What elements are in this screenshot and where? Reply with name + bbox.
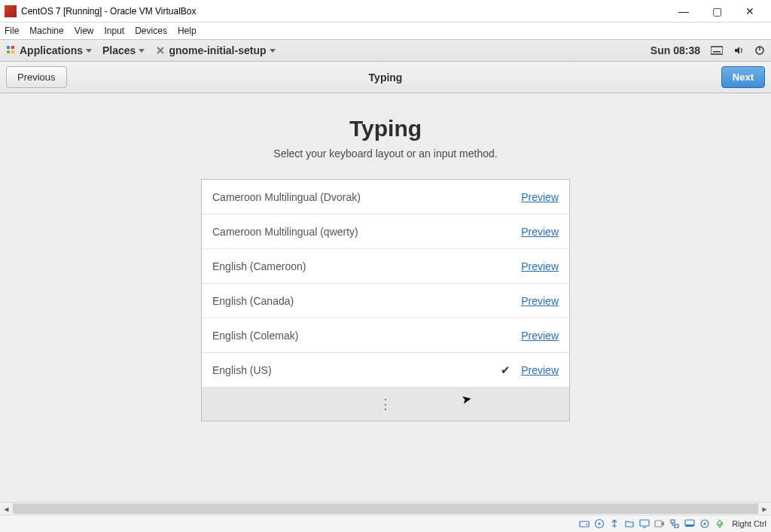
scroll-right-button[interactable]: ► [758,503,771,515]
recording-icon[interactable] [654,518,666,530]
svg-rect-15 [671,520,675,523]
svg-rect-12 [640,520,649,526]
content-area: Typing Select your keyboard layout or an… [0,93,771,506]
scroll-thumb[interactable] [13,503,758,514]
chevron-down-icon [139,49,145,53]
keyboard-capture-icon[interactable] [714,518,726,530]
preview-link[interactable]: Preview [521,295,559,307]
audio-icon[interactable] [684,518,696,530]
svg-rect-0 [7,46,10,49]
layout-row[interactable]: English (Canada) Preview [202,284,569,318]
clock[interactable]: Sun 08:38 [651,44,700,56]
network-icon[interactable] [669,518,681,530]
preview-link[interactable]: Preview [521,191,559,203]
applications-menu[interactable]: Applications [6,44,92,56]
power-icon[interactable] [754,45,765,56]
preview-link[interactable]: Preview [521,364,559,376]
scroll-left-button[interactable]: ◄ [0,503,13,515]
layout-label: Cameroon Multilingual (Dvorak) [212,191,361,203]
applications-label: Applications [20,44,83,56]
menu-file[interactable]: File [5,26,19,36]
scroll-track[interactable] [13,503,758,515]
app-menu-label: gnome-initial-setup [169,44,266,56]
svg-point-20 [704,523,706,525]
headerbar-title: Typing [369,71,403,84]
previous-button[interactable]: Previous [6,66,67,88]
shared-folder-icon[interactable] [623,518,635,530]
settings-icon [155,45,166,56]
layout-label: English (Cameroon) [212,260,306,272]
chevron-down-icon [86,49,92,53]
layout-label: English (Canada) [212,295,294,307]
places-menu[interactable]: Places [102,44,145,56]
menu-view[interactable]: View [75,26,94,36]
virtualbox-icon [5,5,17,17]
layout-row[interactable]: Cameroon Multilingual (qwerty) Preview [202,214,569,249]
preview-link[interactable]: Preview [521,330,559,342]
svg-rect-3 [11,50,14,53]
svg-rect-5 [713,51,721,53]
layout-label: English (Colemak) [212,330,298,342]
hdd-icon[interactable] [578,518,590,530]
window-controls: — ▢ ✕ [667,1,766,22]
layout-label: English (US) [212,364,272,376]
usb-icon[interactable] [608,518,620,530]
layout-label: Cameroon Multilingual (qwerty) [212,226,358,238]
next-button[interactable]: Next [721,66,765,88]
check-icon: ✔ [501,363,510,377]
dots-icon: ⋮ [379,403,392,406]
svg-rect-1 [11,46,14,49]
preview-link[interactable]: Preview [521,260,559,272]
minimize-button[interactable]: — [667,1,700,22]
close-button[interactable]: ✕ [733,1,766,22]
svg-rect-4 [711,47,723,54]
volume-icon[interactable] [733,45,744,56]
more-layouts-button[interactable]: ⋮ [202,388,569,421]
svg-point-11 [599,523,601,525]
layout-row[interactable]: English (Cameroon) Preview [202,249,569,284]
places-label: Places [102,44,136,56]
preview-link[interactable]: Preview [521,226,559,238]
vbox-menubar: File Machine View Input Devices Help [0,23,771,39]
svg-rect-14 [655,521,662,527]
page-title: Typing [349,116,422,141]
page-subtitle: Select your keyboard layout or an input … [273,147,497,160]
layout-row[interactable]: English (Colemak) Preview [202,318,569,353]
window-titlebar: CentOS 7 [Running] - Oracle VM VirtualBo… [0,0,771,23]
chevron-down-icon [270,49,276,53]
host-key-label: Right Ctrl [732,519,766,528]
svg-point-9 [586,524,587,525]
display-icon[interactable] [638,518,651,530]
headerbar: Previous Typing Next [0,62,771,93]
optical-icon[interactable] [593,518,605,530]
layout-row[interactable]: English (US) ✔ Preview [202,353,569,388]
svg-rect-8 [580,521,589,527]
window-title: CentOS 7 [Running] - Oracle VM VirtualBo… [21,6,197,17]
svg-rect-18 [686,524,693,527]
gnome-topbar: Applications Places gnome-initial-setup … [0,39,771,62]
keyboard-icon[interactable] [711,46,723,55]
menu-machine[interactable]: Machine [29,26,63,36]
activities-icon [6,45,17,56]
mouse-integration-icon[interactable] [699,518,711,530]
app-menu[interactable]: gnome-initial-setup [155,44,275,56]
layout-row[interactable]: Cameroon Multilingual (Dvorak) Preview [202,180,569,214]
menu-devices[interactable]: Devices [135,26,167,36]
menu-input[interactable]: Input [105,26,125,36]
svg-rect-2 [7,50,10,53]
maximize-button[interactable]: ▢ [700,1,733,22]
keyboard-layout-list: Cameroon Multilingual (Dvorak) Preview C… [201,179,570,421]
menu-help[interactable]: Help [178,26,197,36]
vbox-statusbar: Right Ctrl [0,515,771,532]
horizontal-scrollbar[interactable]: ◄ ► [0,502,771,515]
